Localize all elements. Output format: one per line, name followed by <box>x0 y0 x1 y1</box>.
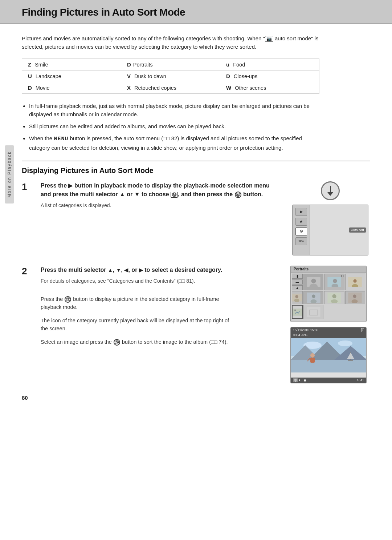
step-1-title: Press the ▶ button in playback mode to d… <box>41 181 277 199</box>
cat-icon-retouched: X <box>127 85 131 91</box>
table-cell: D Close-ups <box>220 70 319 82</box>
cat-icon-food: u <box>226 61 229 68</box>
table-cell: X Retouched copies <box>121 82 220 93</box>
menu-label: MENU <box>54 136 68 142</box>
autosort-icon-star: ★ <box>295 218 307 226</box>
svg-point-36 <box>310 353 315 358</box>
autosort-icon-play: ▶ <box>295 208 307 216</box>
fullframe-screen: 15/11/2010 15:30 i 0004.JPG <box>290 327 367 383</box>
step-1-image: ▶ ★ Ⓜ 12═ Auto sort <box>290 181 370 255</box>
page-number: 80 <box>22 395 28 401</box>
step-number-1: 1 <box>22 181 37 255</box>
cat-icon-smile: Z <box>28 61 31 68</box>
page-header: Finding Pictures in Auto Sort Mode <box>0 0 392 24</box>
svg-rect-22 <box>294 309 296 310</box>
step-2: 2 Press the multi selector ▲, ▼, ◀, or ▶… <box>22 266 370 383</box>
pgrid-icon-2: ▬ <box>292 279 303 285</box>
cat-icon-portraits: D <box>127 61 131 68</box>
ok-circle-2: Ⓢ <box>65 296 71 303</box>
step-2-note2: Press the Ⓢ button to display a picture … <box>41 295 237 311</box>
table-row: U Landscape V Dusk to dawn D Close-ups <box>22 70 319 82</box>
step-2-title: Press the multi selector ▲, ▼, ◀, or ▶ t… <box>41 266 285 274</box>
autosort-label: Auto sort <box>349 227 366 233</box>
portraits-screen: Portraits ▮ ▬ ▲ <box>290 266 367 322</box>
svg-point-19 <box>353 295 356 298</box>
autosort-icons-column: ▶ ★ Ⓜ 12═ <box>293 205 310 255</box>
step-2-note3: The icon of the category currently playe… <box>41 317 237 333</box>
portraits-icon-col: ▮ ▬ ▲ <box>292 274 303 290</box>
ff-counter: 1/ 41 <box>357 378 364 382</box>
svg-point-11 <box>294 299 299 302</box>
autosort-icon-auto: Ⓜ <box>295 227 307 235</box>
intro-paragraph: Pictures and movies are automatically so… <box>22 34 319 51</box>
step-2-images: Portraits ▮ ▬ ▲ <box>290 266 370 383</box>
table-cell: W Other scenes <box>220 82 319 93</box>
list-item: When the MENU button is pressed, the aut… <box>29 134 319 152</box>
ff-filename: 0004.JPG <box>291 333 366 338</box>
ok-circle-3: Ⓢ <box>114 339 120 346</box>
bullet-list: In full-frame playback mode, just as wit… <box>29 102 319 152</box>
down-arrow-icon <box>321 181 340 200</box>
pgrid-icon-3: ▲ <box>292 285 303 290</box>
sub-heading: Displaying Pictures in Auto Sort Mode <box>22 161 370 175</box>
step-2-note4: Select an image and press the Ⓢ button t… <box>41 338 237 346</box>
autosort-main-area: Auto sort <box>310 205 368 255</box>
thumb-6 <box>324 291 344 304</box>
thumb-9 <box>303 305 323 319</box>
cat-icon-landscape: U <box>28 73 32 79</box>
pgrid-icon-1: ▮ <box>292 274 303 279</box>
autosort-screen: ▶ ★ Ⓜ 12═ Auto sort <box>292 205 368 255</box>
cat-icon-movie: D <box>28 85 32 91</box>
ff-slideshow-icon: ◼ <box>304 379 306 382</box>
table-cell: DPortraits <box>121 59 220 70</box>
svg-rect-23 <box>307 307 320 317</box>
thumb-5 <box>303 291 323 304</box>
autosort-icon-12: 12═ <box>295 237 307 245</box>
portraits-title-bar: Portraits <box>291 266 366 273</box>
thumb-4 <box>292 291 303 304</box>
table-row: Z Smile DPortraits u Food <box>22 59 319 70</box>
category-table: Z Smile DPortraits u Food U Landscape V … <box>22 59 319 94</box>
table-row: D Movie X Retouched copies W Other scene… <box>22 82 319 93</box>
list-item: In full-frame playback mode, just as wit… <box>29 102 319 119</box>
svg-point-1 <box>311 279 316 283</box>
svg-point-13 <box>312 295 315 298</box>
svg-rect-37 <box>310 358 315 363</box>
svg-rect-32 <box>291 360 366 372</box>
steps-area: 1 Press the ▶ button in playback mode to… <box>22 181 370 383</box>
ff-image-area <box>291 338 366 372</box>
thumb-1 <box>303 274 323 290</box>
thumb-8-selected <box>292 305 303 319</box>
ff-info-icon: i <box>361 328 364 332</box>
svg-point-7 <box>354 279 357 282</box>
table-cell: D Movie <box>22 82 121 93</box>
page-title: Finding Pictures in Auto Sort Mode <box>22 7 370 18</box>
list-item: Still pictures can be edited and added t… <box>29 122 319 130</box>
main-content: Pictures and movies are automatically so… <box>0 24 392 408</box>
step-2-note1: For details of categories, see "Categori… <box>41 277 285 285</box>
ff-topbar: 15/11/2010 15:30 i <box>291 327 366 333</box>
step-2-body: Press the multi selector ▲, ▼, ◀, or ▶ t… <box>41 266 285 351</box>
cat-icon-dusk: V <box>127 73 131 79</box>
thumb-2: I I <box>324 274 344 290</box>
svg-point-10 <box>295 295 298 298</box>
step-1: 1 Press the ▶ button in playback mode to… <box>22 181 370 255</box>
table-cell: U Landscape <box>22 70 121 82</box>
step-1-note: A list of categories is displayed. <box>41 202 277 209</box>
thumb-7 <box>345 291 365 304</box>
cat-icon-closeups: D <box>226 73 230 79</box>
ff-datetime: 15/11/2010 15:30 <box>293 328 318 332</box>
svg-point-28 <box>338 340 352 346</box>
svg-point-16 <box>332 294 336 298</box>
svg-rect-35 <box>348 360 353 361</box>
svg-point-4 <box>333 279 337 283</box>
table-cell: Z Smile <box>22 59 121 70</box>
step-number-2: 2 <box>22 266 37 277</box>
table-cell: V Dusk to dawn <box>121 70 220 82</box>
step-1-body: Press the ▶ button in playback mode to d… <box>41 181 285 255</box>
ok-button-icon: Ⓢ <box>235 192 241 198</box>
ff-ok-label: Ⓢ★ ◼ <box>293 378 306 382</box>
cat-icon-other: W <box>226 85 231 91</box>
table-cell: u Food <box>220 59 319 70</box>
ff-bottombar: Ⓢ★ ◼ 1/ 41 <box>291 378 366 383</box>
